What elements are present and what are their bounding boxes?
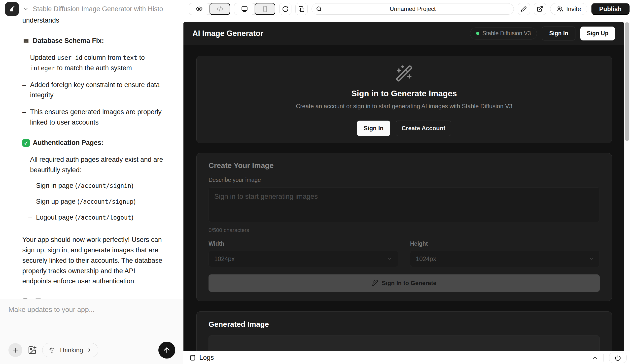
chat-bullet: –Updated user_id column from text to int… [22,52,165,74]
generated-image-placeholder [209,336,600,351]
project-title: Stable Diffusion Image Generator with Hi… [33,5,163,13]
thinking-mode-toggle[interactable]: Thinking [42,343,98,357]
chevron-right-icon [87,348,92,353]
message-meta: 2 minutes ago [22,296,165,299]
desktop-view-button[interactable] [234,3,255,15]
chat-heading: Database Schema Fix: [22,36,165,46]
chevron-down-icon [387,256,392,262]
add-attachment-button[interactable] [9,343,22,357]
preview-scrollbar-thumb[interactable] [625,22,629,141]
mobile-view-button[interactable] [255,3,275,15]
refresh-icon [282,6,289,12]
preview-app-body: Sign in to Generate Images Create an acc… [183,45,624,351]
sign-in-hero-card: Sign in to Generate Images Create an acc… [196,56,612,143]
send-button[interactable] [158,342,175,358]
publish-button[interactable]: Publish [591,3,629,15]
cabinet-emoji-icon [22,37,30,45]
edit-button[interactable] [518,3,530,15]
chat-bullet: –Sign in page (/account/signin) [28,181,165,191]
copy-icon [298,6,305,12]
header-sign-in-button[interactable]: Sign In [542,26,575,40]
power-button[interactable] [609,352,626,363]
plus-icon [12,346,19,354]
logs-bar: Logs [183,351,633,364]
open-external-button[interactable] [534,3,546,15]
eye-icon [196,6,203,12]
logs-label: Logs [199,354,214,362]
composer-input[interactable] [9,306,175,342]
chevron-down-icon [588,256,594,262]
composer-toolbar: Thinking [9,342,175,358]
create-image-form: Create Your Image Describe your image 0/… [209,161,600,292]
divider [603,354,604,362]
chat-bullet: –This ensures generated images are prope… [22,107,165,128]
wand-sparkles-icon [395,64,413,82]
header-sign-up-button[interactable]: Sign Up [580,26,615,40]
describe-label: Describe your image [209,177,600,183]
width-label: Width [209,240,398,247]
app-preview-region: AI Image Generator Stable Diffusion V3 S… [183,18,633,364]
preview-app-title: AI Image Generator [192,29,263,38]
message-timestamp: 2 minutes ago [47,296,86,299]
chat-clipped: understands [22,18,165,26]
refresh-button[interactable] [279,3,291,15]
preview-mode-button[interactable] [189,3,210,15]
hero-title: Sign in to Generate Images [351,89,457,98]
invite-label: Invite [566,6,581,13]
create-card-title: Create Your Image [209,161,600,170]
model-status-badge: Stable Diffusion V3 [470,28,537,40]
toolbar: Invite Publish [183,0,633,18]
character-count: 0/500 characters [209,227,600,234]
generate-button[interactable]: Sign In to Generate [209,274,600,292]
code-icon [217,6,223,12]
chat-bullet: –All required auth pages already exist a… [22,154,165,176]
wand-sparkles-icon [372,280,378,286]
hero-create-account-button[interactable]: Create Account [396,120,451,136]
monitor-icon [241,6,248,12]
project-url-input[interactable] [312,4,514,14]
prompt-textarea[interactable] [209,187,600,222]
lightbulb-icon [49,347,55,354]
chat-bullet: –Added foreign key constraint to ensure … [22,80,165,101]
chat-bullet: –Logout page (/account/logout) [28,212,165,223]
height-select[interactable]: 1024px [410,250,600,267]
view-mode-segment [189,3,230,15]
code-mode-button[interactable] [210,3,230,15]
duplicate-button[interactable] [295,3,308,15]
chat-heading: ✓Authentication Pages: [22,138,165,148]
width-select[interactable]: 1024px [209,250,398,267]
assistant-message: understandsDatabase Schema Fix:–Updated … [22,18,165,286]
preview-header-actions: Stable Diffusion V3 Sign In Sign Up [470,26,615,40]
app-preview-frame: AI Image Generator Stable Diffusion V3 S… [183,22,624,351]
height-field: Height 1024px [410,240,600,267]
expand-logs-button[interactable] [592,355,598,361]
preview-app-header: AI Image Generator Stable Diffusion V3 S… [183,22,624,45]
hero-sign-in-button[interactable]: Sign In [357,120,390,136]
chat-paragraph: Your app should now work perfectly! User… [22,235,165,286]
logs-panel-icon [189,354,196,361]
height-label: Height [410,240,600,247]
width-value: 1024px [214,255,235,262]
project-menu-chevron-icon[interactable] [23,6,29,12]
status-dot-icon [476,32,479,35]
top-bar: Stable Diffusion Image Generator with Hi… [0,0,633,18]
pencil-icon [520,6,527,12]
model-badge-label: Stable Diffusion V3 [482,30,531,37]
logs-toggle[interactable]: Logs [189,354,214,362]
chat-panel: understandsDatabase Schema Fix:–Updated … [0,18,183,299]
invite-button[interactable]: Invite [550,3,587,15]
project-url-bar [312,3,514,15]
users-icon [556,6,563,12]
hero-actions: Sign In Create Account [357,120,451,136]
generated-card-title: Generated Image [209,320,600,328]
add-image-button[interactable] [28,346,37,354]
logs-controls [592,352,626,363]
height-value: 1024px [416,255,436,262]
external-link-icon [537,6,543,12]
app-logo[interactable] [5,2,19,16]
thinking-label: Thinking [59,346,83,354]
project-header: Stable Diffusion Image Generator with Hi… [0,0,183,18]
width-field: Width 1024px [209,240,398,267]
preview-scrollbar [624,22,630,351]
chevron-up-icon [592,355,598,361]
